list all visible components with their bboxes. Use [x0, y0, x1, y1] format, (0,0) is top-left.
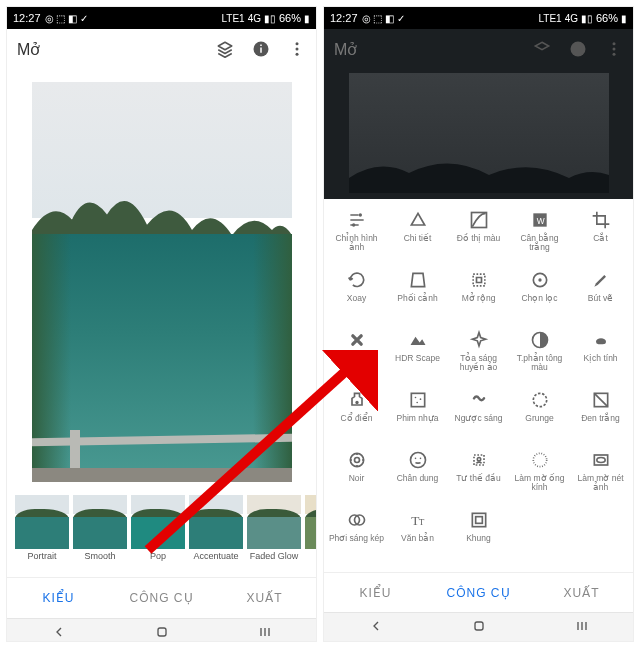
style-smooth[interactable]: Smooth — [73, 495, 127, 577]
curves-icon — [468, 209, 490, 231]
tab-export[interactable]: XUẤT — [530, 573, 633, 613]
tool-label: Cổ điển — [340, 414, 374, 423]
tool-retrolux[interactable]: Ngược sáng — [448, 385, 509, 445]
layers-icon[interactable] — [216, 40, 234, 58]
bw-icon — [590, 389, 612, 411]
status-bar: 12:27 ◎ ⬚ ◧ ✓ LTE1 4G ▮▯ 66% ▮ — [324, 7, 633, 29]
style-faded-glow[interactable]: Faded Glow — [247, 495, 301, 577]
tab-styles[interactable]: KIỂU — [324, 573, 427, 613]
tool-label: Văn bản — [400, 534, 435, 543]
nav-back[interactable] — [368, 618, 384, 637]
bottom-tabs: KIỂU CÔNG CỤ XUẤT — [7, 577, 316, 618]
svg-point-36 — [477, 458, 480, 461]
status-net: LTE1 — [538, 13, 561, 24]
nav-home[interactable] — [154, 624, 170, 643]
tool-expand[interactable]: Mở rộng — [448, 265, 509, 325]
nav-recent[interactable] — [574, 618, 590, 637]
tool-glamour[interactable]: Tỏa sáng huyền ảo — [448, 325, 509, 385]
crop-icon — [590, 209, 612, 231]
phone-left: 12:27 ◎ ⬚ ◧ ✓ LTE1 4G ▮▯ 66% ▮ Mở — [6, 6, 317, 642]
status-sig: 4G — [565, 13, 578, 24]
info-icon — [569, 40, 587, 58]
dimmed-background[interactable]: Mở — [324, 29, 633, 199]
tool-white-balance[interactable]: WCân bằng trắng — [509, 205, 570, 265]
tool-label: Làm mờ ống kính — [509, 474, 570, 493]
tool-healing[interactable]: Chỉnh sửa — [326, 325, 387, 385]
android-nav — [324, 612, 633, 641]
svg-point-14 — [358, 213, 361, 216]
svg-rect-44 — [472, 513, 485, 526]
status-bar: 12:27 ◎ ⬚ ◧ ✓ LTE1 4G ▮▯ 66% ▮ — [7, 7, 316, 29]
tool-label: Cắt — [592, 234, 609, 243]
tool-text[interactable]: TTVăn bản — [387, 505, 448, 565]
svg-rect-6 — [158, 628, 166, 636]
styles-strip[interactable]: Portrait Smooth Pop Accentuate Faded Glo… — [7, 491, 316, 577]
retrolux-icon — [468, 389, 490, 411]
tool-label: HDR Scape — [394, 354, 441, 363]
svg-point-23 — [355, 401, 358, 404]
tool-noir[interactable]: Noir — [326, 445, 387, 505]
style-accentuate[interactable]: Accentuate — [189, 495, 243, 577]
glamour-icon — [468, 329, 490, 351]
info-icon[interactable] — [252, 40, 270, 58]
tonal-icon — [529, 329, 551, 351]
tool-vignette[interactable]: Làm mờ nét ảnh — [570, 445, 631, 505]
tool-double-exp[interactable]: Phơi sáng kép — [326, 505, 387, 565]
tool-label: Cân bằng trắng — [509, 234, 570, 253]
svg-point-4 — [296, 48, 299, 51]
tool-selective[interactable]: Chọn lọc — [509, 265, 570, 325]
tool-label: Khung — [465, 534, 492, 543]
svg-point-27 — [416, 402, 418, 404]
style-portrait[interactable]: Portrait — [15, 495, 69, 577]
tool-headpose[interactable]: Tư thế đầu — [448, 445, 509, 505]
tab-tools[interactable]: CÔNG CỤ — [110, 578, 213, 618]
style-more[interactable]: Mo — [305, 495, 316, 577]
tool-portrait[interactable]: Chân dung — [387, 445, 448, 505]
tool-brush[interactable]: Bút vẽ — [570, 265, 631, 325]
svg-point-12 — [613, 48, 616, 51]
portrait-icon — [407, 449, 429, 471]
tool-perspective[interactable]: Phối cảnh — [387, 265, 448, 325]
svg-point-31 — [354, 458, 359, 463]
tab-styles[interactable]: KIỂU — [7, 578, 110, 618]
svg-point-3 — [296, 42, 299, 45]
tab-tools[interactable]: CÔNG CỤ — [427, 573, 530, 613]
tool-label: Phơi sáng kép — [328, 534, 385, 543]
tool-rotate[interactable]: Xoay — [326, 265, 387, 325]
grainy-icon — [407, 389, 429, 411]
svg-rect-1 — [260, 48, 262, 53]
vintage-icon — [346, 389, 368, 411]
svg-text:T: T — [418, 517, 424, 527]
svg-point-28 — [533, 393, 546, 406]
status-app-icons: ◎ ⬚ ◧ ✓ — [362, 13, 405, 24]
tool-hdr[interactable]: HDR Scape — [387, 325, 448, 385]
tool-vintage[interactable]: Cổ điển — [326, 385, 387, 445]
tool-curves[interactable]: Đồ thị màu — [448, 205, 509, 265]
nav-back[interactable] — [51, 624, 67, 643]
tool-grunge[interactable]: Grunge — [509, 385, 570, 445]
tool-bw[interactable]: Đen trắng — [570, 385, 631, 445]
nav-home[interactable] — [471, 618, 487, 637]
tool-tune[interactable]: Chỉnh hình ảnh — [326, 205, 387, 265]
tool-details[interactable]: Chi tiết — [387, 205, 448, 265]
tool-crop[interactable]: Cắt — [570, 205, 631, 265]
nav-recent[interactable] — [257, 624, 273, 643]
tool-grainy[interactable]: Phim nhựa — [387, 385, 448, 445]
more-icon[interactable] — [288, 40, 306, 58]
tool-drama[interactable]: Kịch tính — [570, 325, 631, 385]
status-time: 12:27 — [13, 12, 41, 24]
open-button[interactable]: Mở — [17, 40, 40, 59]
phone-right: 12:27 ◎ ⬚ ◧ ✓ LTE1 4G ▮▯ 66% ▮ Mở Chỉnh … — [323, 6, 634, 642]
tool-label: Noir — [348, 474, 366, 483]
svg-point-32 — [410, 453, 425, 468]
tool-lensblur[interactable]: Làm mờ ống kính — [509, 445, 570, 505]
style-pop[interactable]: Pop — [131, 495, 185, 577]
photo-canvas[interactable] — [7, 69, 316, 491]
tool-frames[interactable]: Khung — [448, 505, 509, 565]
svg-point-30 — [350, 453, 363, 466]
noir-icon — [346, 449, 368, 471]
svg-rect-46 — [475, 622, 483, 630]
signal-icon: ▮▯ — [264, 13, 276, 24]
tool-tonal[interactable]: T.phản tông màu — [509, 325, 570, 385]
tab-export[interactable]: XUẤT — [213, 578, 316, 618]
